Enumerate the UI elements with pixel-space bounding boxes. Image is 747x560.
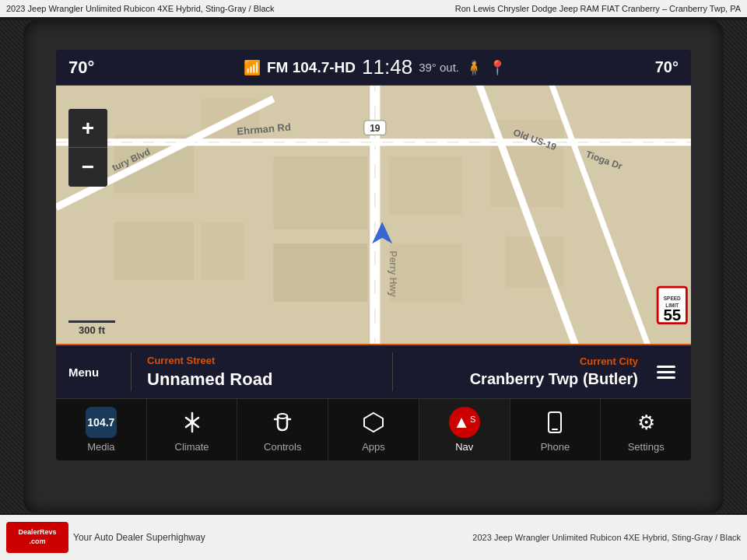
nav-item-apps[interactable]: Apps: [328, 399, 419, 460]
status-bar: 70° 📶 FM 104.7-HD 11:48 39° out. 🧍 📍 70°: [56, 50, 691, 86]
current-street-label: Current Street: [147, 355, 377, 366]
svg-rect-2: [114, 222, 194, 280]
nav-label-nav: Nav: [455, 441, 473, 453]
zoom-out-button[interactable]: −: [68, 148, 107, 187]
temp-left: 70°: [68, 58, 94, 78]
hamburger-button[interactable]: [654, 362, 679, 382]
zoom-in-button[interactable]: +: [68, 109, 107, 148]
map-svg: 19 Ehrman Rd tury Blvd Perry Hwy Old US-…: [56, 86, 691, 344]
hamburger-line-2: [657, 371, 675, 373]
top-bar-left-text: 2023 Jeep Wrangler Unlimited Rubicon 4XE…: [6, 4, 275, 13]
wifi-icon: 📶: [244, 59, 261, 76]
nav-nav-icon: ▲S: [449, 407, 480, 438]
svg-rect-4: [201, 222, 244, 280]
map-area: 19 Ehrman Rd tury Blvd Perry Hwy Old US-…: [56, 86, 691, 344]
zoom-controls: + −: [68, 109, 107, 187]
temp-right: 70°: [655, 58, 679, 76]
status-bar-right: 70°: [655, 58, 679, 76]
person-icon: 🧍: [465, 59, 482, 76]
svg-rect-23: [389, 156, 461, 215]
controls-icon: [267, 407, 298, 438]
settings-icon: ⚙: [630, 407, 661, 438]
svg-point-30: [190, 420, 195, 425]
caption-mid: Sting-Gray / Black: [672, 533, 741, 542]
current-street-block: Current Street Unnamed Road: [147, 355, 377, 390]
apps-icon: [358, 407, 389, 438]
nav-label-climate: Climate: [175, 441, 209, 453]
scale-indicator: 300 ft: [68, 320, 115, 336]
divider-1: [131, 352, 132, 391]
bottom-nav-bar: 104.7 Media Climate Cont: [56, 398, 691, 460]
top-metadata-bar: 2023 Jeep Wrangler Unlimited Rubicon 4XE…: [0, 0, 747, 17]
bottom-caption: 2023 Jeep Wrangler Unlimited Rubicon 4XE…: [472, 533, 741, 542]
svg-text:19: 19: [370, 123, 381, 134]
phone-icon: [539, 407, 570, 438]
nav-item-nav[interactable]: ▲S Nav: [419, 399, 510, 460]
scale-label: 300 ft: [79, 324, 105, 336]
status-bar-center: 📶 FM 104.7-HD 11:48 39° out. 🧍 📍: [244, 55, 506, 79]
top-bar-right-text: Ron Lewis Chrysler Dodge Jeep RAM FIAT C…: [455, 4, 741, 13]
status-bar-left: 70°: [68, 58, 94, 78]
svg-rect-24: [389, 243, 461, 302]
divider-2: [392, 352, 393, 391]
nav-label-phone: Phone: [541, 441, 570, 453]
logo-line1: DealerRevs.com: [18, 528, 56, 546]
media-icon: 104.7: [86, 407, 117, 438]
nav-item-settings[interactable]: ⚙ Settings: [601, 399, 691, 460]
street-info-bar: Menu Current Street Unnamed Road Current…: [56, 344, 691, 398]
radio-label: FM 104.7-HD: [267, 59, 356, 76]
current-city-block: Current City Cranberry Twp (Butler): [409, 355, 638, 388]
temp-out: 39° out.: [419, 61, 459, 74]
climate-icon: [177, 407, 208, 438]
caption-left: 2023 Jeep Wrangler Unlimited Rubicon 4XE…: [472, 533, 669, 542]
hamburger-line-3: [657, 376, 675, 379]
watermark-logo: DealerRevs.com: [6, 522, 68, 553]
current-street-value: Unnamed Road: [147, 369, 377, 390]
menu-button[interactable]: Menu: [68, 366, 115, 379]
nav-item-climate[interactable]: Climate: [147, 399, 238, 460]
nav-item-media[interactable]: 104.7 Media: [56, 399, 147, 460]
svg-rect-22: [273, 243, 367, 302]
location-icon: 📍: [489, 59, 506, 76]
svg-point-31: [278, 414, 287, 418]
bottom-bar: DealerRevs.com Your Auto Dealer Superhig…: [0, 515, 747, 560]
hamburger-line-1: [657, 366, 675, 368]
nav-item-phone[interactable]: Phone: [510, 399, 601, 460]
scale-bar: [68, 320, 115, 323]
nav-label-controls: Controls: [264, 441, 301, 453]
svg-text:SPEED: SPEED: [664, 296, 681, 301]
nav-label-media: Media: [87, 441, 114, 453]
watermark-tagline: Your Auto Dealer Superhighway: [73, 532, 205, 543]
nav-item-controls[interactable]: Controls: [237, 399, 328, 460]
nav-label-apps: Apps: [362, 441, 385, 453]
outer-frame: 70° 📶 FM 104.7-HD 11:48 39° out. 🧍 📍 70°: [23, 20, 724, 513]
svg-rect-33: [552, 429, 558, 430]
svg-text:55: 55: [663, 306, 681, 324]
infotainment-screen: 70° 📶 FM 104.7-HD 11:48 39° out. 🧍 📍 70°: [56, 50, 691, 460]
current-city-value: Cranberry Twp (Butler): [409, 370, 638, 388]
svg-rect-21: [273, 156, 367, 229]
time-display: 11:48: [362, 55, 412, 79]
watermark: DealerRevs.com Your Auto Dealer Superhig…: [6, 522, 205, 553]
nav-label-settings: Settings: [628, 441, 665, 453]
current-city-label: Current City: [409, 355, 638, 367]
